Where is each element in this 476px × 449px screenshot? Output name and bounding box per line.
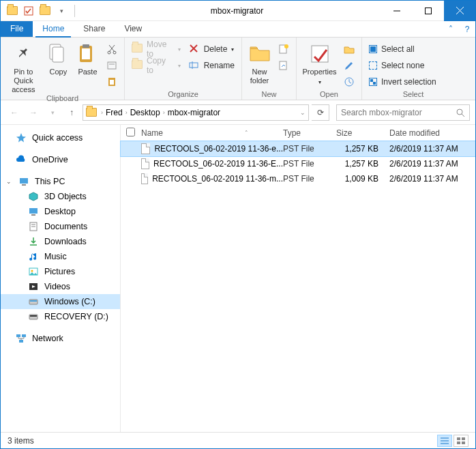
copyto-icon — [132, 60, 143, 71]
nav-onedrive[interactable]: OneDrive — [1, 152, 120, 167]
close-button[interactable] — [444, 1, 475, 21]
cloud-icon — [16, 154, 27, 165]
qat-dropdown-icon[interactable]: ▾ — [54, 3, 69, 18]
invert-selection-button[interactable]: Invert selection — [366, 74, 439, 89]
nav-item[interactable]: RECOVERY (D:) — [1, 309, 120, 324]
delete-icon — [189, 44, 200, 55]
nav-item[interactable]: Videos — [1, 279, 120, 294]
search-input[interactable]: Search mbox-migrator — [336, 104, 470, 121]
refresh-button[interactable]: ⟳ — [312, 104, 329, 121]
select-all-checkbox[interactable] — [126, 128, 135, 136]
file-icon — [141, 158, 149, 169]
qat-newfolder-icon[interactable] — [38, 3, 53, 18]
forward-button[interactable]: → — [25, 104, 42, 121]
col-size[interactable]: Size — [336, 128, 389, 138]
separator — [74, 5, 75, 17]
copy-button[interactable]: Copy — [45, 40, 72, 76]
properties-button[interactable]: Properties ▾ — [301, 40, 338, 87]
tab-home[interactable]: Home — [33, 21, 74, 37]
nav-item[interactable]: 3D Objects — [1, 189, 120, 204]
breadcrumb[interactable]: › Fred› Desktop› mbox-migrator ⌄ — [83, 104, 309, 121]
crumb[interactable]: Desktop — [129, 108, 162, 117]
svg-rect-8 — [82, 48, 90, 59]
search-icon — [456, 108, 465, 117]
nav-item[interactable]: Windows (C:) — [1, 294, 120, 309]
easy-access-icon[interactable] — [276, 58, 292, 73]
maximize-button[interactable] — [413, 1, 444, 21]
select-none-icon — [369, 61, 377, 70]
group-label: Organize — [125, 90, 241, 100]
minimize-button[interactable] — [381, 1, 413, 21]
col-date[interactable]: Date modified — [389, 128, 475, 138]
svg-rect-28 — [22, 184, 26, 186]
history-icon[interactable] — [341, 74, 357, 89]
folder-icon — [249, 43, 271, 65]
table-row[interactable]: RECTOOLS_06-02-2019 11-36-E... PST File … — [121, 156, 475, 171]
open-icon[interactable] — [341, 42, 357, 57]
help-icon[interactable]: ? — [459, 21, 475, 37]
moveto-button[interactable]: Move to▾ — [129, 42, 183, 57]
svg-rect-30 — [31, 214, 35, 216]
svg-rect-50 — [457, 441, 460, 444]
svg-point-21 — [284, 44, 288, 48]
moveto-icon — [132, 44, 143, 55]
ribbon: Pin to Quick access Copy Paste Clipboard… — [1, 38, 475, 100]
nav-pane: Quick access OneDrive ⌄This PC 3D Object… — [1, 125, 121, 432]
col-type[interactable]: Type — [283, 128, 336, 138]
nav-item[interactable]: Pictures — [1, 264, 120, 279]
nav-item[interactable]: Desktop — [1, 204, 120, 219]
pin-button[interactable]: Pin to Quick access — [5, 40, 42, 94]
thumbnails-view-button[interactable] — [453, 435, 468, 447]
svg-point-25 — [457, 109, 462, 115]
tab-view[interactable]: View — [115, 21, 151, 37]
crumb[interactable]: Fred — [104, 108, 124, 117]
chevron-down-icon[interactable]: ⌄ — [6, 178, 13, 185]
nav-item[interactable]: Music — [1, 249, 120, 264]
col-name[interactable]: Name˄ — [141, 128, 283, 138]
recent-button[interactable]: ▾ — [44, 104, 61, 121]
sort-icon: ˄ — [245, 130, 248, 136]
location-icon — [86, 108, 97, 117]
cut-icon[interactable] — [104, 42, 120, 57]
group-label: Clipboard — [1, 94, 124, 104]
svg-rect-12 — [108, 62, 116, 69]
collapse-ribbon-icon[interactable]: ˄ — [443, 21, 459, 37]
table-row[interactable]: RECTOOLS_06-02-2019 11-36-e... PST File … — [121, 141, 475, 156]
select-none-button[interactable]: Select none — [366, 58, 439, 73]
svg-line-26 — [462, 114, 464, 117]
group-label: Open — [297, 90, 361, 100]
app-icon — [5, 3, 20, 18]
qat-properties-icon[interactable] — [21, 3, 36, 18]
back-button[interactable]: ← — [6, 104, 23, 121]
ribbon-tabs: File Home Share View ˄ ? — [1, 21, 475, 38]
delete-button[interactable]: Delete▾ — [186, 42, 237, 57]
tab-share[interactable]: Share — [74, 21, 115, 37]
nav-network[interactable]: Network — [1, 331, 120, 346]
paste-shortcut-icon[interactable] — [104, 74, 120, 89]
svg-rect-43 — [22, 334, 26, 337]
search-placeholder: Search mbox-migrator — [341, 108, 456, 117]
edit-icon[interactable] — [341, 58, 357, 73]
pc-icon — [18, 176, 29, 187]
select-all-button[interactable]: Select all — [366, 42, 439, 57]
svg-rect-15 — [110, 80, 114, 85]
nav-this-pc[interactable]: ⌄This PC — [1, 174, 120, 189]
newfolder-button[interactable]: New folder — [246, 40, 273, 85]
nav-item[interactable]: Documents — [1, 219, 120, 234]
paste-button[interactable]: Paste — [74, 40, 101, 76]
nav-item[interactable]: Downloads — [1, 234, 120, 249]
quick-access-toolbar: ▾ — [1, 3, 79, 18]
network-icon — [16, 333, 27, 344]
up-button[interactable]: ↑ — [63, 104, 80, 121]
dropdown-icon[interactable]: ⌄ — [300, 109, 306, 116]
table-row[interactable]: RECTOOLS_06-02-2019 11-36-m... PST File … — [121, 171, 475, 186]
svg-rect-6 — [53, 47, 63, 62]
crumb[interactable]: mbox-migrator — [166, 108, 222, 117]
copyto-button[interactable]: Copy to▾ — [129, 58, 183, 73]
rename-button[interactable]: Rename — [186, 58, 237, 73]
details-view-button[interactable] — [437, 435, 452, 447]
tab-file[interactable]: File — [1, 21, 33, 37]
new-item-icon[interactable] — [276, 42, 292, 57]
nav-quick-access[interactable]: Quick access — [1, 130, 120, 145]
copy-path-icon[interactable] — [104, 58, 120, 73]
